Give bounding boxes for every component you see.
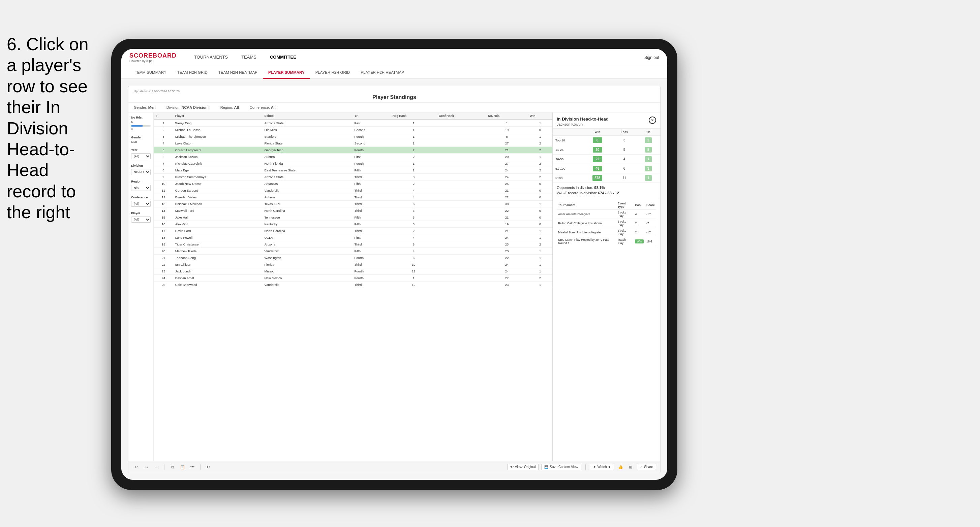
h2h-range: 11-25 (553, 145, 583, 155)
td-reg-rank: 6 (391, 201, 437, 208)
sub-nav: TEAM SUMMARY TEAM H2H GRID TEAM H2H HEAT… (121, 66, 667, 79)
td-score: -17 (645, 210, 656, 219)
no-rds-control: No Rds. 6 6 (131, 116, 151, 131)
td-conf-rank (437, 201, 486, 208)
table-row[interactable]: 22 Ian Gilligan Florida Third 10 24 1 (154, 261, 552, 268)
sign-out-link[interactable]: Sign out (644, 55, 659, 60)
table-row[interactable]: 10 Jacob New-Obese Arkansas Fifth 2 25 0 (154, 181, 552, 187)
td-num: 13 (154, 201, 173, 208)
table-row[interactable]: 4 Luke Claton Florida State Second 1 27 … (154, 140, 552, 147)
h2h-close-button[interactable]: × (649, 116, 656, 124)
tab-team-summary[interactable]: TEAM SUMMARY (129, 66, 172, 79)
table-row[interactable]: 6 Jackson Koivun Auburn First 2 20 1 (154, 154, 552, 160)
watch-button[interactable]: 👁 Watch ▼ (590, 464, 614, 470)
more-button[interactable]: ••• (189, 464, 196, 471)
td-reg-rank: 4 (391, 248, 437, 255)
tab-player-summary[interactable]: PLAYER SUMMARY (263, 66, 310, 79)
table-row[interactable]: 14 Maxwell Ford North Carolina Third 3 2… (154, 208, 552, 214)
td-no-rds: 23 (486, 281, 528, 288)
td-no-rds: 27 (486, 160, 528, 167)
table-row[interactable]: 18 Luke Powell UCLA First 4 24 1 (154, 234, 552, 241)
td-school: Washington (262, 255, 353, 261)
forward-button[interactable]: → (153, 464, 160, 471)
td-num: 21 (154, 255, 173, 261)
h2h-win: 578 (583, 173, 612, 183)
td-no-rds: 22 (486, 208, 528, 214)
table-row[interactable]: 3 Michael Thorbjornsen Stanford Fourth 1… (154, 133, 552, 140)
td-reg-rank: 8 (391, 221, 437, 228)
table-row[interactable]: 15 Jake Hall Tennessee Fifth 3 21 0 (154, 214, 552, 221)
table-row[interactable]: 20 Matthew Riedel Vanderbilt Fifth 4 23 … (154, 248, 552, 255)
copy-button[interactable]: ⧉ (169, 464, 176, 471)
td-num: 19 (154, 241, 173, 248)
nav-tournaments[interactable]: TOURNAMENTS (188, 49, 235, 66)
region-select[interactable]: N/A (131, 185, 151, 191)
thumbs-up-button[interactable]: 👍 (617, 464, 624, 471)
table-row[interactable]: 19 Tiger Christensen Arizona Third 8 23 … (154, 241, 552, 248)
td-conf-rank (437, 187, 486, 194)
table-row[interactable]: 17 David Ford North Carolina Third 2 21 … (154, 228, 552, 234)
grid-button[interactable]: ⊞ (627, 464, 634, 471)
tab-team-h2h-grid[interactable]: TEAM H2H GRID (172, 66, 213, 79)
tab-player-h2h-grid[interactable]: PLAYER H2H GRID (310, 66, 356, 79)
td-tournament: Mirabel Maui Jim Intercollegiate (557, 228, 616, 237)
paste-button[interactable]: 📋 (178, 464, 186, 471)
undo-button[interactable]: ↩ (132, 464, 140, 471)
conference-filter: Conference: All (250, 105, 276, 110)
division-left-filter: Division NCAA Division I (131, 164, 151, 175)
td-num: 14 (154, 208, 173, 214)
share-button[interactable]: ↗ Share (637, 464, 656, 470)
table-row[interactable]: 11 Gordon Sargent Vanderbilt Third 4 21 … (154, 187, 552, 194)
table-row[interactable]: 16 Alex Goff Kentucky Fifth 8 19 0 (154, 221, 552, 228)
td-player: Mats Ege (173, 167, 262, 174)
table-row[interactable]: 1 Wenyi Ding Arizona State First 1 1 1 (154, 119, 552, 127)
table-row[interactable]: 25 Cole Sherwood Vanderbilt Third 12 23 … (154, 281, 552, 288)
td-conf-rank (437, 160, 486, 167)
th-pos: Pos (633, 201, 645, 210)
year-select[interactable]: (All) (131, 153, 151, 159)
conference-value: All (271, 105, 276, 110)
player-select[interactable]: (All) (131, 216, 151, 222)
table-row[interactable]: 7 Nicholas Gabrelcik North Florida Fourt… (154, 160, 552, 167)
td-school: Georgia Tech (262, 147, 353, 154)
tab-team-h2h-heatmap[interactable]: TEAM H2H HEATMAP (213, 66, 263, 79)
td-tournament: Fallon Oak Collegiate Invitational (557, 219, 616, 228)
td-no-rds: 23 (486, 248, 528, 255)
refresh-button[interactable]: ↻ (205, 464, 212, 471)
td-no-rds: 8 (486, 133, 528, 140)
table-row[interactable]: 23 Jack Lundin Missouri Fourth 11 24 1 (154, 268, 552, 275)
table-row[interactable]: 12 Brendan Valles Auburn Third 4 22 0 (154, 194, 552, 201)
td-win: 0 (528, 181, 552, 187)
h2h-loss: 11 (612, 173, 636, 183)
h2h-tie: 3 (636, 164, 660, 173)
td-win: 1 (528, 228, 552, 234)
td-yr: Third (353, 241, 391, 248)
conference-select[interactable]: (All) (131, 201, 151, 207)
nav-committee[interactable]: COMMITTEE (263, 49, 303, 66)
td-win: 1 (528, 261, 552, 268)
td-win: 1 (528, 234, 552, 241)
no-rds-slider[interactable] (131, 125, 151, 127)
table-row[interactable]: 2 Michael La Sasso Ole Miss Second 1 19 … (154, 127, 552, 133)
th-player: Player (173, 113, 262, 119)
tab-player-h2h-heatmap[interactable]: PLAYER H2H HEATMAP (355, 66, 409, 79)
table-row[interactable]: 5 Christo Lamprecht Georgia Tech Fourth … (154, 147, 552, 154)
td-no-rds: 24 (486, 167, 528, 174)
table-row[interactable]: 9 Preston Summerhays Arizona State Third… (154, 174, 552, 181)
table-row[interactable]: 24 Bastian Amat New Mexico Fourth 1 27 2 (154, 275, 552, 281)
table-row[interactable]: 13 Phichakul Malchan Texas A&M Third 6 3… (154, 201, 552, 208)
table-row[interactable]: 21 Taehoon Song Washington Fourth 6 22 1 (154, 255, 552, 261)
nav-teams[interactable]: TEAMS (235, 49, 263, 66)
td-win: 1 (528, 133, 552, 140)
td-player: David Ford (173, 228, 262, 234)
td-reg-rank: 4 (391, 194, 437, 201)
view-original-button[interactable]: 👁 View: Original (507, 464, 539, 470)
opponents-section: Opponents in division: 98.1% W-L-T recor… (553, 183, 660, 198)
h2h-title: In Division Head-to-Head (557, 116, 609, 122)
table-row[interactable]: 8 Mats Ege East Tennessee State Fifth 1 … (154, 167, 552, 174)
td-yr: First (353, 119, 391, 127)
division-select[interactable]: NCAA Division I (131, 169, 151, 175)
redo-button[interactable]: ↪ (143, 464, 150, 471)
save-custom-button[interactable]: 💾 Save Custom View (541, 464, 581, 470)
opponents-pct-label: Opponents in division: 98.1% (557, 186, 605, 190)
